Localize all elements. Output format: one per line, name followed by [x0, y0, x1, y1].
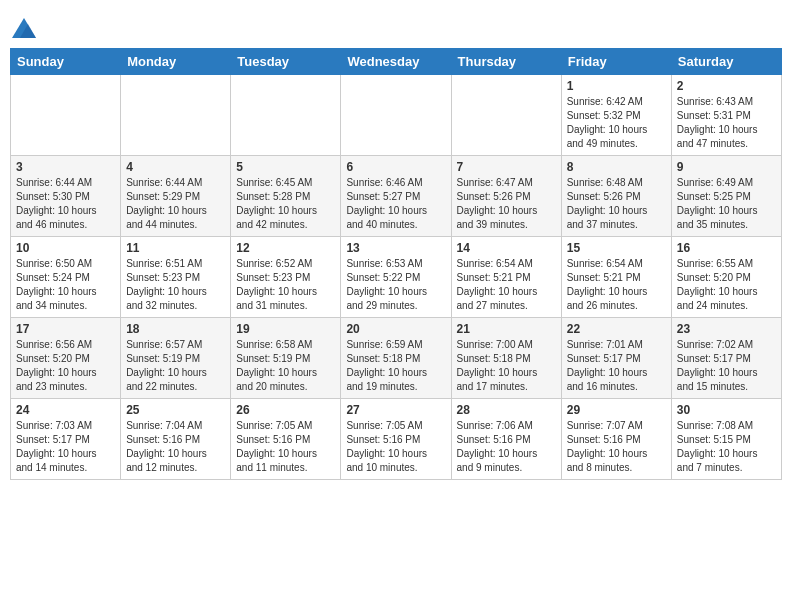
day-number: 3: [16, 160, 115, 174]
day-number: 27: [346, 403, 445, 417]
day-number: 14: [457, 241, 556, 255]
calendar-header: SundayMondayTuesdayWednesdayThursdayFrid…: [11, 49, 782, 75]
calendar-cell: 7Sunrise: 6:47 AM Sunset: 5:26 PM Daylig…: [451, 156, 561, 237]
calendar-week-row: 1Sunrise: 6:42 AM Sunset: 5:32 PM Daylig…: [11, 75, 782, 156]
calendar-cell: 11Sunrise: 6:51 AM Sunset: 5:23 PM Dayli…: [121, 237, 231, 318]
calendar-cell: 18Sunrise: 6:57 AM Sunset: 5:19 PM Dayli…: [121, 318, 231, 399]
calendar-cell: 24Sunrise: 7:03 AM Sunset: 5:17 PM Dayli…: [11, 399, 121, 480]
day-number: 26: [236, 403, 335, 417]
calendar-week-row: 3Sunrise: 6:44 AM Sunset: 5:30 PM Daylig…: [11, 156, 782, 237]
day-number: 15: [567, 241, 666, 255]
day-info: Sunrise: 7:05 AM Sunset: 5:16 PM Dayligh…: [236, 419, 335, 475]
day-number: 17: [16, 322, 115, 336]
day-info: Sunrise: 6:42 AM Sunset: 5:32 PM Dayligh…: [567, 95, 666, 151]
calendar-cell: 8Sunrise: 6:48 AM Sunset: 5:26 PM Daylig…: [561, 156, 671, 237]
calendar-cell: 10Sunrise: 6:50 AM Sunset: 5:24 PM Dayli…: [11, 237, 121, 318]
calendar-cell: [231, 75, 341, 156]
day-info: Sunrise: 6:47 AM Sunset: 5:26 PM Dayligh…: [457, 176, 556, 232]
calendar-cell: 6Sunrise: 6:46 AM Sunset: 5:27 PM Daylig…: [341, 156, 451, 237]
day-number: 16: [677, 241, 776, 255]
day-info: Sunrise: 7:00 AM Sunset: 5:18 PM Dayligh…: [457, 338, 556, 394]
calendar-cell: 14Sunrise: 6:54 AM Sunset: 5:21 PM Dayli…: [451, 237, 561, 318]
day-number: 2: [677, 79, 776, 93]
calendar-cell: 9Sunrise: 6:49 AM Sunset: 5:25 PM Daylig…: [671, 156, 781, 237]
day-number: 12: [236, 241, 335, 255]
calendar-cell: 1Sunrise: 6:42 AM Sunset: 5:32 PM Daylig…: [561, 75, 671, 156]
calendar-cell: 21Sunrise: 7:00 AM Sunset: 5:18 PM Dayli…: [451, 318, 561, 399]
day-number: 30: [677, 403, 776, 417]
day-number: 9: [677, 160, 776, 174]
day-info: Sunrise: 6:50 AM Sunset: 5:24 PM Dayligh…: [16, 257, 115, 313]
day-info: Sunrise: 7:06 AM Sunset: 5:16 PM Dayligh…: [457, 419, 556, 475]
day-number: 1: [567, 79, 666, 93]
day-info: Sunrise: 7:04 AM Sunset: 5:16 PM Dayligh…: [126, 419, 225, 475]
calendar-cell: 23Sunrise: 7:02 AM Sunset: 5:17 PM Dayli…: [671, 318, 781, 399]
day-info: Sunrise: 6:46 AM Sunset: 5:27 PM Dayligh…: [346, 176, 445, 232]
day-number: 18: [126, 322, 225, 336]
page-header: [10, 10, 782, 44]
weekday-header-saturday: Saturday: [671, 49, 781, 75]
day-info: Sunrise: 7:01 AM Sunset: 5:17 PM Dayligh…: [567, 338, 666, 394]
calendar-cell: 2Sunrise: 6:43 AM Sunset: 5:31 PM Daylig…: [671, 75, 781, 156]
calendar-cell: [11, 75, 121, 156]
day-number: 11: [126, 241, 225, 255]
day-info: Sunrise: 6:57 AM Sunset: 5:19 PM Dayligh…: [126, 338, 225, 394]
weekday-header-sunday: Sunday: [11, 49, 121, 75]
day-info: Sunrise: 6:52 AM Sunset: 5:23 PM Dayligh…: [236, 257, 335, 313]
logo-icon: [10, 16, 38, 44]
day-number: 19: [236, 322, 335, 336]
day-number: 6: [346, 160, 445, 174]
day-number: 4: [126, 160, 225, 174]
calendar-cell: 16Sunrise: 6:55 AM Sunset: 5:20 PM Dayli…: [671, 237, 781, 318]
day-number: 23: [677, 322, 776, 336]
day-number: 13: [346, 241, 445, 255]
calendar-cell: [451, 75, 561, 156]
day-info: Sunrise: 6:54 AM Sunset: 5:21 PM Dayligh…: [457, 257, 556, 313]
day-number: 10: [16, 241, 115, 255]
day-number: 29: [567, 403, 666, 417]
calendar-cell: 4Sunrise: 6:44 AM Sunset: 5:29 PM Daylig…: [121, 156, 231, 237]
day-info: Sunrise: 6:43 AM Sunset: 5:31 PM Dayligh…: [677, 95, 776, 151]
day-info: Sunrise: 6:51 AM Sunset: 5:23 PM Dayligh…: [126, 257, 225, 313]
calendar-cell: 20Sunrise: 6:59 AM Sunset: 5:18 PM Dayli…: [341, 318, 451, 399]
day-number: 20: [346, 322, 445, 336]
calendar-cell: 22Sunrise: 7:01 AM Sunset: 5:17 PM Dayli…: [561, 318, 671, 399]
calendar-cell: 26Sunrise: 7:05 AM Sunset: 5:16 PM Dayli…: [231, 399, 341, 480]
day-number: 25: [126, 403, 225, 417]
day-info: Sunrise: 7:08 AM Sunset: 5:15 PM Dayligh…: [677, 419, 776, 475]
day-info: Sunrise: 6:55 AM Sunset: 5:20 PM Dayligh…: [677, 257, 776, 313]
weekday-header-monday: Monday: [121, 49, 231, 75]
calendar-cell: 29Sunrise: 7:07 AM Sunset: 5:16 PM Dayli…: [561, 399, 671, 480]
day-info: Sunrise: 6:44 AM Sunset: 5:30 PM Dayligh…: [16, 176, 115, 232]
day-info: Sunrise: 6:59 AM Sunset: 5:18 PM Dayligh…: [346, 338, 445, 394]
calendar-cell: 17Sunrise: 6:56 AM Sunset: 5:20 PM Dayli…: [11, 318, 121, 399]
weekday-header-row: SundayMondayTuesdayWednesdayThursdayFrid…: [11, 49, 782, 75]
logo: [10, 16, 42, 44]
calendar-cell: 25Sunrise: 7:04 AM Sunset: 5:16 PM Dayli…: [121, 399, 231, 480]
calendar-cell: 15Sunrise: 6:54 AM Sunset: 5:21 PM Dayli…: [561, 237, 671, 318]
calendar-cell: 3Sunrise: 6:44 AM Sunset: 5:30 PM Daylig…: [11, 156, 121, 237]
day-info: Sunrise: 6:48 AM Sunset: 5:26 PM Dayligh…: [567, 176, 666, 232]
day-info: Sunrise: 7:03 AM Sunset: 5:17 PM Dayligh…: [16, 419, 115, 475]
calendar-cell: [121, 75, 231, 156]
day-info: Sunrise: 6:58 AM Sunset: 5:19 PM Dayligh…: [236, 338, 335, 394]
day-number: 7: [457, 160, 556, 174]
day-info: Sunrise: 7:07 AM Sunset: 5:16 PM Dayligh…: [567, 419, 666, 475]
calendar-cell: 30Sunrise: 7:08 AM Sunset: 5:15 PM Dayli…: [671, 399, 781, 480]
day-number: 28: [457, 403, 556, 417]
calendar-cell: [341, 75, 451, 156]
day-info: Sunrise: 6:54 AM Sunset: 5:21 PM Dayligh…: [567, 257, 666, 313]
calendar-cell: 5Sunrise: 6:45 AM Sunset: 5:28 PM Daylig…: [231, 156, 341, 237]
weekday-header-friday: Friday: [561, 49, 671, 75]
day-info: Sunrise: 6:56 AM Sunset: 5:20 PM Dayligh…: [16, 338, 115, 394]
weekday-header-tuesday: Tuesday: [231, 49, 341, 75]
calendar-cell: 12Sunrise: 6:52 AM Sunset: 5:23 PM Dayli…: [231, 237, 341, 318]
day-info: Sunrise: 7:05 AM Sunset: 5:16 PM Dayligh…: [346, 419, 445, 475]
calendar-cell: 27Sunrise: 7:05 AM Sunset: 5:16 PM Dayli…: [341, 399, 451, 480]
day-info: Sunrise: 6:44 AM Sunset: 5:29 PM Dayligh…: [126, 176, 225, 232]
day-info: Sunrise: 6:53 AM Sunset: 5:22 PM Dayligh…: [346, 257, 445, 313]
weekday-header-wednesday: Wednesday: [341, 49, 451, 75]
calendar-cell: 13Sunrise: 6:53 AM Sunset: 5:22 PM Dayli…: [341, 237, 451, 318]
day-number: 21: [457, 322, 556, 336]
day-info: Sunrise: 6:45 AM Sunset: 5:28 PM Dayligh…: [236, 176, 335, 232]
